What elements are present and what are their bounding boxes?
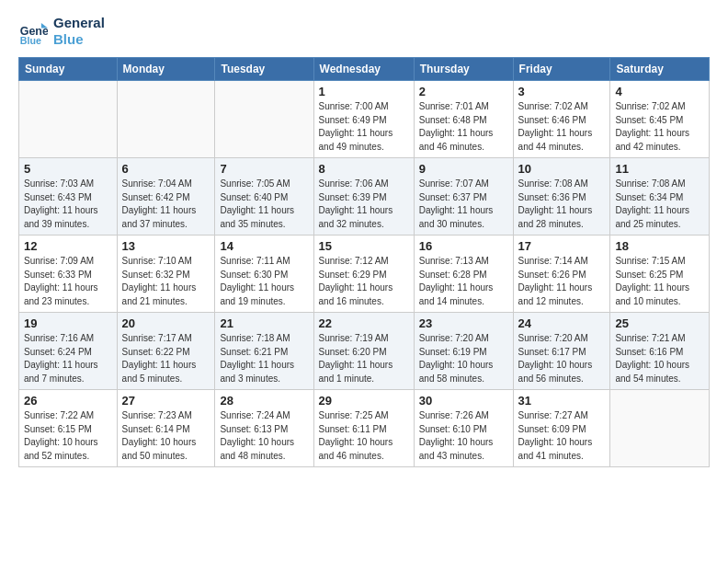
calendar-cell: 24Sunrise: 7:20 AM Sunset: 6:17 PM Dayli… — [513, 313, 610, 390]
calendar-cell: 29Sunrise: 7:25 AM Sunset: 6:11 PM Dayli… — [313, 390, 414, 467]
calendar-cell: 15Sunrise: 7:12 AM Sunset: 6:29 PM Dayli… — [313, 236, 414, 313]
calendar-cell: 8Sunrise: 7:06 AM Sunset: 6:39 PM Daylig… — [313, 158, 414, 236]
day-number: 3 — [518, 85, 606, 98]
calendar-cell: 2Sunrise: 7:01 AM Sunset: 6:48 PM Daylig… — [414, 81, 513, 158]
day-info: Sunrise: 7:26 AM Sunset: 6:10 PM Dayligh… — [419, 409, 508, 463]
day-number: 29 — [319, 394, 409, 408]
day-info: Sunrise: 7:11 AM Sunset: 6:30 PM Dayligh… — [220, 255, 308, 308]
day-number: 17 — [518, 239, 606, 253]
day-number: 8 — [319, 162, 409, 176]
calendar-cell: 27Sunrise: 7:23 AM Sunset: 6:14 PM Dayli… — [117, 390, 215, 467]
calendar-cell: 18Sunrise: 7:15 AM Sunset: 6:25 PM Dayli… — [610, 236, 710, 313]
day-number: 14 — [220, 239, 308, 253]
calendar-cell: 21Sunrise: 7:18 AM Sunset: 6:21 PM Dayli… — [215, 313, 313, 390]
day-number: 21 — [220, 316, 308, 330]
calendar-cell: 10Sunrise: 7:08 AM Sunset: 6:36 PM Dayli… — [513, 158, 610, 236]
calendar-week-row: 19Sunrise: 7:16 AM Sunset: 6:24 PM Dayli… — [19, 313, 710, 390]
day-number: 24 — [518, 316, 606, 330]
day-info: Sunrise: 7:08 AM Sunset: 6:34 PM Dayligh… — [615, 178, 704, 231]
calendar-day-header: Wednesday — [313, 58, 414, 81]
day-info: Sunrise: 7:21 AM Sunset: 6:16 PM Dayligh… — [615, 332, 704, 385]
day-info: Sunrise: 7:27 AM Sunset: 6:09 PM Dayligh… — [518, 409, 606, 463]
calendar-day-header: Thursday — [414, 58, 513, 81]
day-info: Sunrise: 7:15 AM Sunset: 6:25 PM Dayligh… — [615, 255, 704, 308]
calendar-cell: 6Sunrise: 7:04 AM Sunset: 6:42 PM Daylig… — [117, 158, 215, 236]
day-info: Sunrise: 7:07 AM Sunset: 6:37 PM Dayligh… — [419, 178, 508, 231]
day-info: Sunrise: 7:02 AM Sunset: 6:46 PM Dayligh… — [518, 100, 606, 154]
calendar-cell — [117, 81, 215, 158]
calendar-cell: 16Sunrise: 7:13 AM Sunset: 6:28 PM Dayli… — [414, 236, 513, 313]
day-info: Sunrise: 7:23 AM Sunset: 6:14 PM Dayligh… — [122, 409, 210, 463]
day-number: 26 — [24, 394, 112, 408]
calendar-cell: 13Sunrise: 7:10 AM Sunset: 6:32 PM Dayli… — [117, 236, 215, 313]
day-number: 20 — [122, 316, 210, 330]
calendar-cell: 7Sunrise: 7:05 AM Sunset: 6:40 PM Daylig… — [215, 158, 313, 236]
calendar-cell: 23Sunrise: 7:20 AM Sunset: 6:19 PM Dayli… — [414, 313, 513, 390]
day-info: Sunrise: 7:19 AM Sunset: 6:20 PM Dayligh… — [319, 332, 409, 385]
calendar-cell: 20Sunrise: 7:17 AM Sunset: 6:22 PM Dayli… — [117, 313, 215, 390]
calendar-cell: 4Sunrise: 7:02 AM Sunset: 6:45 PM Daylig… — [610, 81, 710, 158]
calendar-week-row: 1Sunrise: 7:00 AM Sunset: 6:49 PM Daylig… — [19, 81, 710, 158]
day-number: 7 — [220, 162, 308, 176]
calendar-week-row: 12Sunrise: 7:09 AM Sunset: 6:33 PM Dayli… — [19, 236, 710, 313]
day-number: 16 — [419, 239, 508, 253]
day-info: Sunrise: 7:03 AM Sunset: 6:43 PM Dayligh… — [24, 178, 112, 231]
calendar-cell: 19Sunrise: 7:16 AM Sunset: 6:24 PM Dayli… — [19, 313, 118, 390]
day-info: Sunrise: 7:08 AM Sunset: 6:36 PM Dayligh… — [518, 178, 606, 231]
calendar-day-header: Saturday — [610, 58, 710, 81]
day-number: 28 — [220, 394, 308, 408]
day-number: 23 — [419, 316, 508, 330]
day-number: 19 — [24, 316, 112, 330]
calendar-cell: 30Sunrise: 7:26 AM Sunset: 6:10 PM Dayli… — [414, 390, 513, 467]
day-info: Sunrise: 7:17 AM Sunset: 6:22 PM Dayligh… — [122, 332, 210, 385]
calendar-cell: 12Sunrise: 7:09 AM Sunset: 6:33 PM Dayli… — [19, 236, 118, 313]
calendar-cell: 31Sunrise: 7:27 AM Sunset: 6:09 PM Dayli… — [513, 390, 610, 467]
calendar-day-header: Sunday — [19, 58, 118, 81]
calendar-day-header: Friday — [513, 58, 610, 81]
day-number: 18 — [615, 239, 704, 253]
calendar-cell: 25Sunrise: 7:21 AM Sunset: 6:16 PM Dayli… — [610, 313, 710, 390]
day-info: Sunrise: 7:13 AM Sunset: 6:28 PM Dayligh… — [419, 255, 508, 308]
svg-text:Blue: Blue — [20, 35, 41, 46]
page-container: General Blue General Blue SundayMondayTu… — [0, 0, 728, 477]
day-number: 27 — [122, 394, 210, 408]
day-number: 30 — [419, 394, 508, 408]
day-info: Sunrise: 7:04 AM Sunset: 6:42 PM Dayligh… — [122, 178, 210, 231]
day-number: 15 — [319, 239, 409, 253]
calendar-header-row: SundayMondayTuesdayWednesdayThursdayFrid… — [19, 58, 710, 81]
logo-text-general: General — [53, 15, 105, 31]
day-number: 5 — [24, 162, 112, 176]
day-number: 13 — [122, 239, 210, 253]
header: General Blue General Blue — [18, 15, 710, 48]
calendar-cell — [215, 81, 313, 158]
calendar-cell: 11Sunrise: 7:08 AM Sunset: 6:34 PM Dayli… — [610, 158, 710, 236]
day-info: Sunrise: 7:14 AM Sunset: 6:26 PM Dayligh… — [518, 255, 606, 308]
calendar-cell: 22Sunrise: 7:19 AM Sunset: 6:20 PM Dayli… — [313, 313, 414, 390]
day-number: 31 — [518, 394, 606, 408]
day-number: 4 — [615, 85, 704, 98]
calendar-table: SundayMondayTuesdayWednesdayThursdayFrid… — [18, 57, 710, 467]
calendar-cell — [610, 390, 710, 467]
logo-text-blue: Blue — [53, 31, 105, 48]
calendar-day-header: Monday — [117, 58, 215, 81]
day-number: 22 — [319, 316, 409, 330]
day-number: 6 — [122, 162, 210, 176]
day-info: Sunrise: 7:20 AM Sunset: 6:19 PM Dayligh… — [419, 332, 508, 385]
day-info: Sunrise: 7:22 AM Sunset: 6:15 PM Dayligh… — [24, 409, 112, 463]
day-number: 11 — [615, 162, 704, 176]
day-info: Sunrise: 7:20 AM Sunset: 6:17 PM Dayligh… — [518, 332, 606, 385]
day-info: Sunrise: 7:05 AM Sunset: 6:40 PM Dayligh… — [220, 178, 308, 231]
calendar-cell: 14Sunrise: 7:11 AM Sunset: 6:30 PM Dayli… — [215, 236, 313, 313]
day-number: 12 — [24, 239, 112, 253]
calendar-cell: 26Sunrise: 7:22 AM Sunset: 6:15 PM Dayli… — [19, 390, 118, 467]
day-info: Sunrise: 7:02 AM Sunset: 6:45 PM Dayligh… — [615, 100, 704, 154]
day-info: Sunrise: 7:09 AM Sunset: 6:33 PM Dayligh… — [24, 255, 112, 308]
day-info: Sunrise: 7:25 AM Sunset: 6:11 PM Dayligh… — [319, 409, 409, 463]
day-number: 9 — [419, 162, 508, 176]
calendar-week-row: 26Sunrise: 7:22 AM Sunset: 6:15 PM Dayli… — [19, 390, 710, 467]
day-number: 25 — [615, 316, 704, 330]
day-info: Sunrise: 7:01 AM Sunset: 6:48 PM Dayligh… — [419, 100, 508, 154]
calendar-cell: 17Sunrise: 7:14 AM Sunset: 6:26 PM Dayli… — [513, 236, 610, 313]
day-info: Sunrise: 7:00 AM Sunset: 6:49 PM Dayligh… — [319, 100, 409, 154]
calendar-day-header: Tuesday — [215, 58, 313, 81]
